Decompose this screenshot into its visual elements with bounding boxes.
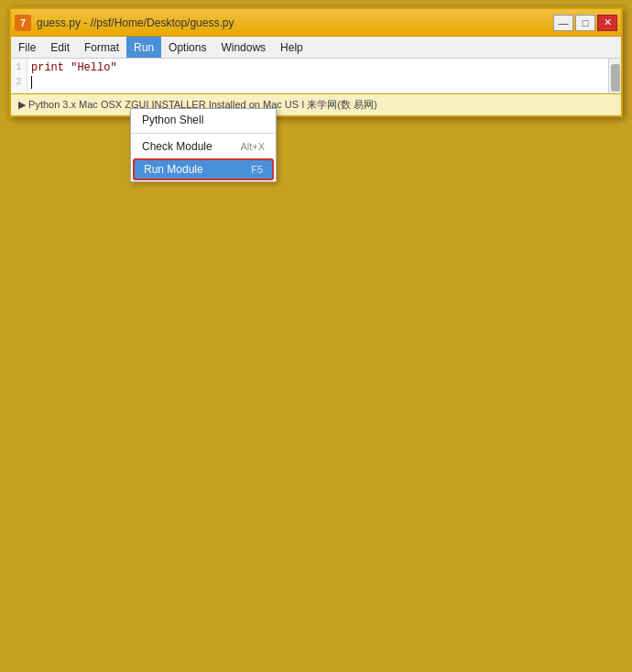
minimize-button[interactable]: — bbox=[553, 15, 573, 31]
code-line-2 bbox=[31, 75, 605, 90]
menu-format[interactable]: Format bbox=[77, 37, 126, 58]
menu-windows[interactable]: Windows bbox=[213, 37, 273, 58]
menu-file[interactable]: File bbox=[11, 37, 43, 58]
vertical-scrollbar[interactable] bbox=[608, 59, 621, 93]
menu-options[interactable]: Options bbox=[161, 37, 213, 58]
title-buttons: — □ ✕ bbox=[553, 15, 617, 31]
menu-python-shell[interactable]: Python Shell bbox=[131, 109, 276, 131]
app-icon: 7 bbox=[15, 15, 31, 31]
editor-area: 1 2 print "Hello" Python Shell Check Mod… bbox=[11, 59, 621, 93]
menu-check-module[interactable]: Check Module Alt+X bbox=[131, 135, 276, 157]
title-bar-left: 7 guess.py - //psf/Home/Desktop/guess.py bbox=[15, 15, 234, 31]
line-num-1: 1 bbox=[16, 60, 21, 75]
text-cursor bbox=[31, 76, 32, 89]
close-button[interactable]: ✕ bbox=[597, 15, 617, 31]
menu-help[interactable]: Help bbox=[273, 37, 311, 58]
maximize-button[interactable]: □ bbox=[575, 15, 595, 31]
scroll-thumb[interactable] bbox=[611, 64, 620, 92]
status-bar: ▶ Python 3.x Mac OSX ZGUI INSTALLER Inst… bbox=[11, 93, 621, 115]
code-line-1: print "Hello" bbox=[31, 60, 605, 75]
line-num-2: 2 bbox=[16, 75, 21, 90]
menu-separator bbox=[131, 133, 276, 134]
line-numbers: 1 2 bbox=[11, 59, 27, 93]
menu-bar: File Edit Format Run Options Windows Hel… bbox=[11, 37, 621, 59]
title-bar: 7 guess.py - //psf/Home/Desktop/guess.py… bbox=[11, 9, 621, 37]
main-window: 7 guess.py - //psf/Home/Desktop/guess.py… bbox=[9, 7, 623, 117]
menu-edit[interactable]: Edit bbox=[43, 37, 77, 58]
code-editor[interactable]: print "Hello" bbox=[27, 59, 608, 93]
window-title: guess.py - //psf/Home/Desktop/guess.py bbox=[37, 16, 234, 29]
menu-run-module[interactable]: Run Module F5 bbox=[133, 158, 274, 180]
menu-run[interactable]: Run bbox=[126, 37, 161, 58]
run-dropdown-menu: Python Shell Check Module Alt+X Run Modu… bbox=[130, 108, 277, 182]
